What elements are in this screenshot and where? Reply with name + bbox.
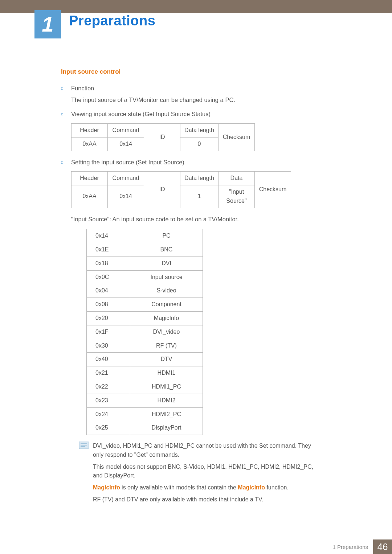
cell-code: 0x04 bbox=[87, 284, 130, 298]
bullet-set-source: Setting the input source (Set Input Sour… bbox=[71, 158, 322, 167]
th-id: ID bbox=[144, 124, 180, 151]
cell-name: DVI_video bbox=[130, 325, 203, 339]
th-datalen: Data length bbox=[180, 124, 219, 138]
page-footer: 1 Preparations 46 bbox=[332, 539, 392, 554]
bullet-function-label: Function bbox=[71, 84, 322, 93]
cell-name: PC bbox=[130, 229, 203, 243]
svg-rect-2 bbox=[81, 445, 87, 446]
th-header: Header bbox=[72, 124, 108, 138]
cell-code: 0x1E bbox=[87, 243, 130, 257]
bullet-icon: z bbox=[61, 110, 71, 119]
footer-page-number: 46 bbox=[373, 539, 392, 554]
cell-code: 0x22 bbox=[87, 380, 130, 394]
th-checksum: Checksum bbox=[255, 172, 291, 208]
th-command: Command bbox=[108, 172, 144, 185]
cell-name: HDMI1 bbox=[130, 366, 203, 380]
cell-name: DisplayPort bbox=[130, 421, 203, 435]
td-datalen-val: 1 bbox=[180, 185, 219, 208]
td-header-val: 0xAA bbox=[72, 185, 108, 208]
bullet-view-state: Viewing input source state (Get Input So… bbox=[71, 110, 322, 119]
note-4: RF (TV) and DTV are only available with … bbox=[93, 495, 322, 504]
note-1: DVI_video, HDMI1_PC and HDMI2_PC cannot … bbox=[93, 442, 322, 460]
note-body: DVI_video, HDMI1_PC and HDMI2_PC cannot … bbox=[93, 442, 322, 507]
cell-code: 0x25 bbox=[87, 421, 130, 435]
th-datalen: Data length bbox=[180, 172, 219, 185]
input-source-codes-table: 0x14PC 0x1EBNC 0x18DVI 0x0CInput source … bbox=[86, 229, 203, 435]
cell-name: Component bbox=[130, 298, 203, 312]
cell-code: 0x14 bbox=[87, 229, 130, 243]
td-header-val: 0xAA bbox=[72, 137, 108, 151]
bullet-icon: z bbox=[61, 84, 71, 93]
cell-name: Input source bbox=[130, 270, 203, 284]
cell-code: 0x08 bbox=[87, 298, 130, 312]
cell-code: 0x18 bbox=[87, 257, 130, 270]
cell-code: 0x24 bbox=[87, 407, 130, 421]
cell-name: HDMI1_PC bbox=[130, 380, 203, 394]
cell-code: 0x23 bbox=[87, 394, 130, 407]
cell-name: HDMI2 bbox=[130, 394, 203, 407]
note-icon bbox=[79, 442, 89, 450]
section-heading: Input source control bbox=[61, 67, 322, 77]
th-header: Header bbox=[72, 172, 108, 185]
cell-name: S-video bbox=[130, 284, 203, 298]
footer-chapter-label: 1 Preparations bbox=[332, 544, 368, 550]
note-3: MagicInfo is only available with models … bbox=[93, 483, 322, 492]
cell-name: BNC bbox=[130, 243, 203, 257]
cell-code: 0x20 bbox=[87, 311, 130, 325]
td-datalen-val: 0 bbox=[180, 137, 219, 151]
td-command-val: 0x14 bbox=[108, 137, 144, 151]
th-command: Command bbox=[108, 124, 144, 138]
get-command-table: Header Command ID Data length Checksum 0… bbox=[71, 123, 255, 151]
th-checksum: Checksum bbox=[219, 124, 255, 151]
chapter-number-tab: 1 bbox=[34, 10, 61, 38]
set-command-table: Header Command ID Data length Data Check… bbox=[71, 171, 291, 208]
cell-code: 0x30 bbox=[87, 339, 130, 353]
chapter-title: Preparations bbox=[69, 13, 155, 29]
cell-name: HDMI2_PC bbox=[130, 407, 203, 421]
bullet-icon: z bbox=[61, 158, 71, 167]
svg-rect-3 bbox=[81, 446, 85, 447]
cell-code: 0x21 bbox=[87, 366, 130, 380]
page-content: Input source control z Function The inpu… bbox=[61, 67, 322, 507]
bullet-function-desc: The input source of a TV/Monitor can be … bbox=[71, 95, 322, 105]
td-data-val: "Input Source" bbox=[219, 185, 255, 208]
cell-code: 0x40 bbox=[87, 353, 130, 366]
cell-name: DTV bbox=[130, 353, 203, 366]
cell-code: 0x1F bbox=[87, 325, 130, 339]
th-id: ID bbox=[144, 172, 180, 208]
note-2: This model does not support BNC, S-Video… bbox=[93, 463, 322, 481]
td-command-val: 0x14 bbox=[108, 185, 144, 208]
cell-name: MagicInfo bbox=[130, 311, 203, 325]
cell-name: DVI bbox=[130, 257, 203, 270]
cell-code: 0x0C bbox=[87, 270, 130, 284]
desc-line: "Input Source": An input source code to … bbox=[71, 215, 322, 224]
cell-name: RF (TV) bbox=[130, 339, 203, 353]
svg-rect-1 bbox=[81, 443, 87, 444]
th-data: Data bbox=[219, 172, 255, 185]
